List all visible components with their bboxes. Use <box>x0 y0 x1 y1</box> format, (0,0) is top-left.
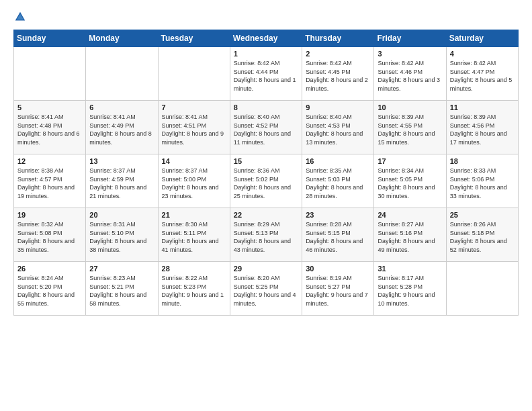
calendar-cell: 18Sunrise: 8:33 AMSunset: 5:06 PMDayligh… <box>446 154 518 208</box>
cell-info: Sunrise: 8:17 AMSunset: 5:28 PMDaylight:… <box>378 274 442 308</box>
day-number: 2 <box>306 50 370 58</box>
calendar-cell <box>86 47 158 101</box>
week-row-1: 1Sunrise: 8:42 AMSunset: 4:44 PMDaylight… <box>14 47 519 101</box>
calendar-cell <box>14 47 86 101</box>
day-number: 25 <box>450 211 515 219</box>
calendar-header-row: SundayMondayTuesdayWednesdayThursdayFrid… <box>14 30 519 47</box>
calendar-cell: 9Sunrise: 8:40 AMSunset: 4:53 PMDaylight… <box>302 101 374 154</box>
calendar-table: SundayMondayTuesdayWednesdayThursdayFrid… <box>13 30 519 316</box>
day-number: 11 <box>450 103 515 111</box>
day-number: 23 <box>306 211 370 219</box>
day-number: 20 <box>89 211 154 219</box>
cell-info: Sunrise: 8:42 AMSunset: 4:44 PMDaylight:… <box>234 59 298 93</box>
cell-info: Sunrise: 8:34 AMSunset: 5:05 PMDaylight:… <box>378 167 442 200</box>
week-row-3: 12Sunrise: 8:38 AMSunset: 4:57 PMDayligh… <box>14 154 519 208</box>
calendar-cell: 12Sunrise: 8:38 AMSunset: 4:57 PMDayligh… <box>14 154 86 208</box>
calendar-cell <box>446 262 518 316</box>
day-number: 12 <box>17 157 82 165</box>
calendar-cell: 30Sunrise: 8:19 AMSunset: 5:27 PMDayligh… <box>302 262 374 316</box>
cell-info: Sunrise: 8:40 AMSunset: 4:52 PMDaylight:… <box>234 113 298 146</box>
cell-info: Sunrise: 8:31 AMSunset: 5:10 PMDaylight:… <box>89 220 154 254</box>
day-number: 26 <box>17 265 82 273</box>
header-tuesday: Tuesday <box>158 30 230 47</box>
day-number: 22 <box>234 211 298 219</box>
day-number: 5 <box>17 103 82 111</box>
cell-info: Sunrise: 8:28 AMSunset: 5:15 PMDaylight:… <box>306 220 370 254</box>
calendar-cell: 17Sunrise: 8:34 AMSunset: 5:05 PMDayligh… <box>374 154 446 208</box>
calendar-cell: 14Sunrise: 8:37 AMSunset: 5:00 PMDayligh… <box>158 154 230 208</box>
calendar-cell: 19Sunrise: 8:32 AMSunset: 5:08 PMDayligh… <box>14 208 86 262</box>
calendar-cell: 22Sunrise: 8:29 AMSunset: 5:13 PMDayligh… <box>230 208 302 262</box>
day-number: 19 <box>17 211 82 219</box>
calendar-cell: 31Sunrise: 8:17 AMSunset: 5:28 PMDayligh… <box>374 262 446 316</box>
calendar-cell: 27Sunrise: 8:23 AMSunset: 5:21 PMDayligh… <box>86 262 158 316</box>
cell-info: Sunrise: 8:22 AMSunset: 5:23 PMDaylight:… <box>162 274 226 308</box>
cell-info: Sunrise: 8:39 AMSunset: 4:55 PMDaylight:… <box>378 113 442 146</box>
day-number: 8 <box>234 103 298 111</box>
cell-info: Sunrise: 8:41 AMSunset: 4:49 PMDaylight:… <box>89 113 154 146</box>
cell-info: Sunrise: 8:40 AMSunset: 4:53 PMDaylight:… <box>306 113 370 146</box>
calendar-cell: 29Sunrise: 8:20 AMSunset: 5:25 PMDayligh… <box>230 262 302 316</box>
cell-info: Sunrise: 8:26 AMSunset: 5:18 PMDaylight:… <box>450 220 515 254</box>
calendar-cell: 20Sunrise: 8:31 AMSunset: 5:10 PMDayligh… <box>86 208 158 262</box>
day-number: 3 <box>378 50 442 58</box>
cell-info: Sunrise: 8:20 AMSunset: 5:25 PMDaylight:… <box>234 274 298 308</box>
day-number: 15 <box>234 157 298 165</box>
day-number: 16 <box>306 157 370 165</box>
cell-info: Sunrise: 8:23 AMSunset: 5:21 PMDaylight:… <box>89 274 154 308</box>
day-number: 27 <box>89 265 154 273</box>
calendar-cell: 4Sunrise: 8:42 AMSunset: 4:47 PMDaylight… <box>446 47 518 101</box>
day-number: 31 <box>378 265 442 273</box>
day-number: 28 <box>162 265 226 273</box>
calendar-cell: 25Sunrise: 8:26 AMSunset: 5:18 PMDayligh… <box>446 208 518 262</box>
cell-info: Sunrise: 8:42 AMSunset: 4:47 PMDaylight:… <box>450 59 515 93</box>
calendar-cell: 8Sunrise: 8:40 AMSunset: 4:52 PMDaylight… <box>230 101 302 154</box>
calendar-cell: 16Sunrise: 8:35 AMSunset: 5:03 PMDayligh… <box>302 154 374 208</box>
calendar-cell: 28Sunrise: 8:22 AMSunset: 5:23 PMDayligh… <box>158 262 230 316</box>
calendar-cell: 26Sunrise: 8:24 AMSunset: 5:20 PMDayligh… <box>14 262 86 316</box>
header <box>13 11 519 23</box>
cell-info: Sunrise: 8:37 AMSunset: 4:59 PMDaylight:… <box>89 167 154 200</box>
week-row-4: 19Sunrise: 8:32 AMSunset: 5:08 PMDayligh… <box>14 208 519 262</box>
logo-icon <box>14 11 26 23</box>
day-number: 17 <box>378 157 442 165</box>
cell-info: Sunrise: 8:42 AMSunset: 4:46 PMDaylight:… <box>378 59 442 93</box>
cell-info: Sunrise: 8:42 AMSunset: 4:45 PMDaylight:… <box>306 59 370 93</box>
calendar-cell: 7Sunrise: 8:41 AMSunset: 4:51 PMDaylight… <box>158 101 230 154</box>
calendar-cell: 15Sunrise: 8:36 AMSunset: 5:02 PMDayligh… <box>230 154 302 208</box>
calendar-cell: 21Sunrise: 8:30 AMSunset: 5:11 PMDayligh… <box>158 208 230 262</box>
cell-info: Sunrise: 8:35 AMSunset: 5:03 PMDaylight:… <box>306 167 370 200</box>
calendar-cell <box>158 47 230 101</box>
header-sunday: Sunday <box>14 30 86 47</box>
day-number: 9 <box>306 103 370 111</box>
cell-info: Sunrise: 8:32 AMSunset: 5:08 PMDaylight:… <box>17 220 82 254</box>
header-monday: Monday <box>86 30 158 47</box>
cell-info: Sunrise: 8:38 AMSunset: 4:57 PMDaylight:… <box>17 167 82 200</box>
calendar-cell: 3Sunrise: 8:42 AMSunset: 4:46 PMDaylight… <box>374 47 446 101</box>
calendar-cell: 23Sunrise: 8:28 AMSunset: 5:15 PMDayligh… <box>302 208 374 262</box>
calendar-cell: 5Sunrise: 8:41 AMSunset: 4:48 PMDaylight… <box>14 101 86 154</box>
day-number: 4 <box>450 50 515 58</box>
header-friday: Friday <box>374 30 446 47</box>
cell-info: Sunrise: 8:33 AMSunset: 5:06 PMDaylight:… <box>450 167 515 200</box>
cell-info: Sunrise: 8:37 AMSunset: 5:00 PMDaylight:… <box>162 167 226 200</box>
header-wednesday: Wednesday <box>230 30 302 47</box>
calendar-cell: 1Sunrise: 8:42 AMSunset: 4:44 PMDaylight… <box>230 47 302 101</box>
week-row-2: 5Sunrise: 8:41 AMSunset: 4:48 PMDaylight… <box>14 101 519 154</box>
cell-info: Sunrise: 8:41 AMSunset: 4:51 PMDaylight:… <box>162 113 226 146</box>
cell-info: Sunrise: 8:36 AMSunset: 5:02 PMDaylight:… <box>234 167 298 200</box>
day-number: 29 <box>234 265 298 273</box>
logo <box>13 11 27 23</box>
calendar-cell: 6Sunrise: 8:41 AMSunset: 4:49 PMDaylight… <box>86 101 158 154</box>
day-number: 30 <box>306 265 370 273</box>
day-number: 10 <box>378 103 442 111</box>
cell-info: Sunrise: 8:39 AMSunset: 4:56 PMDaylight:… <box>450 113 515 146</box>
day-number: 14 <box>162 157 226 165</box>
cell-info: Sunrise: 8:27 AMSunset: 5:16 PMDaylight:… <box>378 220 442 254</box>
day-number: 21 <box>162 211 226 219</box>
day-number: 6 <box>89 103 154 111</box>
calendar-cell: 10Sunrise: 8:39 AMSunset: 4:55 PMDayligh… <box>374 101 446 154</box>
header-saturday: Saturday <box>446 30 518 47</box>
calendar-cell: 2Sunrise: 8:42 AMSunset: 4:45 PMDaylight… <box>302 47 374 101</box>
day-number: 7 <box>162 103 226 111</box>
